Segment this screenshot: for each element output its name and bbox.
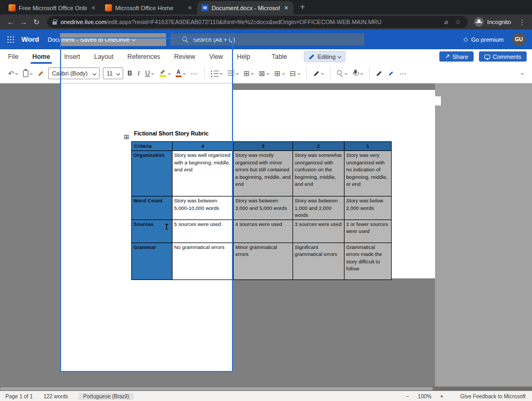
new-tab-button[interactable]: + [300,2,305,12]
chevron-down-icon [344,72,348,75]
reload-icon[interactable]: ↻ [30,18,43,26]
collapse-ribbon-button[interactable] [521,72,523,74]
page-count[interactable]: Page 1 of 1 [5,394,33,399]
table-cell-selected[interactable]: 3 sources were used [293,220,344,243]
table-move-handle-icon[interactable]: ⊞ [124,134,129,140]
row-label-cell[interactable]: Grammar [132,243,173,279]
document-heading-text[interactable]: Fictional Short Story Rubric [134,130,208,137]
go-premium-button[interactable]: ◇ Go premium [463,36,504,43]
chevron-down-icon [116,71,120,75]
table-style-button[interactable]: ⊞ [244,70,254,77]
header-cell-3[interactable]: 3 [234,142,293,151]
tab-table[interactable]: Table [265,49,294,64]
undo-button[interactable]: ↶ [8,70,18,78]
header-cell-1[interactable]: 1 [344,142,392,151]
tab-references[interactable]: References [121,49,167,64]
draw-button[interactable] [376,70,383,77]
editing-mode-dropdown[interactable]: Editing [304,51,346,62]
table-cell-selected[interactable]: 4 sources were used [234,220,293,243]
app-launcher-waffle-icon[interactable] [8,36,14,43]
table-cell-selected[interactable]: Story was between 1,000 and 2,000 words [293,196,344,220]
horizontal-scrollbar[interactable] [0,387,532,391]
table-cell[interactable]: Story was well organized with a beginnin… [173,151,234,196]
highlight-color-button[interactable] [159,70,170,77]
alignment-button[interactable] [228,70,238,77]
tab-view[interactable]: View [202,49,230,64]
table-cell[interactable]: Story was between 5,000-10,000 words [173,196,234,220]
word-count[interactable]: 122 words [43,394,68,399]
delete-table-icon: ⊠ [259,70,265,77]
row-label-cell[interactable]: Sources [132,220,173,243]
styles-button[interactable] [313,70,324,77]
tab-insert[interactable]: Insert [57,49,87,64]
search-input[interactable]: Search (Alt + Q) [170,33,364,46]
table-cell-selected[interactable]: Story was mostly organized with minor er… [234,151,293,196]
inking-tool-button[interactable] [388,70,394,77]
header-cell-4[interactable]: 4 [173,142,234,151]
header-cell-2[interactable]: 2 [293,142,344,151]
table-cell-selected[interactable]: Story was between 3,000 and 5,000 words [234,196,293,220]
tab-home[interactable]: Home [25,49,57,64]
table-cell-selected[interactable]: Story was somewhat unorganized with conf… [293,151,344,196]
table-cell-selected[interactable]: Minor grammatical errors [234,243,293,279]
paste-button[interactable] [23,70,32,77]
underline-button[interactable]: U [145,70,154,77]
more-commands-button[interactable]: ⋯ [400,70,407,78]
zoom-in-button[interactable]: + [440,394,443,399]
table-cell-selected[interactable]: Story was below 2,000 words [344,196,392,220]
delete-table-button[interactable]: ⊠ [259,70,269,77]
table-cell-selected[interactable]: Grammatical errors made the story diffic… [344,243,392,279]
ellipsis-icon: ⋯ [400,70,407,78]
document-title-menu[interactable]: Document - Saved to OneDrive [48,36,135,43]
tab-review[interactable]: Review [167,49,202,64]
close-tab-icon[interactable]: × [90,4,96,12]
horizontal-scrollbar-thumb[interactable] [0,387,433,390]
format-painter-button[interactable] [38,70,44,77]
zoom-level[interactable]: 100% [418,394,432,399]
back-icon[interactable]: ← [4,18,17,26]
browser-menu-icon[interactable]: ⋮ [516,18,528,26]
close-tab-icon[interactable]: × [283,4,289,12]
bold-button[interactable]: B [128,70,132,77]
table-cell[interactable]: 5 sources were used [173,220,234,243]
browser-tab-office-online[interactable]: Free Microsoft Office Onlin × [4,1,101,14]
cell-layout-button[interactable]: ⊟ [290,70,300,77]
zoom-out-button[interactable]: − [406,394,409,399]
tab-help[interactable]: Help [230,49,257,64]
avatar[interactable]: GU [512,33,526,46]
header-cell-criteria[interactable]: Criteria [132,142,173,151]
italic-button[interactable]: I [138,69,140,78]
incognito-spy-icon [474,17,484,27]
bookmark-star-icon[interactable]: ☆ [454,18,463,26]
tab-layout[interactable]: Layout [87,49,121,64]
media-blocked-icon[interactable]: ⌀ [443,18,449,26]
find-button[interactable] [337,70,347,77]
close-tab-icon[interactable]: × [186,4,193,12]
forward-icon[interactable]: → [17,18,30,26]
table-cell[interactable]: No grammatical errors [173,243,234,279]
toolbar-divider [306,67,307,79]
table-cell-selected[interactable]: 2 or fewer sources were used [344,220,392,243]
tab-file[interactable]: File [1,49,25,64]
font-color-button[interactable]: A [176,70,185,77]
dictate-button[interactable] [353,70,363,77]
feedback-link[interactable]: Give Feedback to Microsoft [460,394,526,399]
comments-button[interactable]: Comments [479,51,527,62]
share-button[interactable]: ↗ Share [439,51,474,62]
chevron-down-icon [236,72,239,75]
font-size-combobox[interactable]: 11 [103,67,123,79]
insert-table-button[interactable]: ⊞ [274,70,284,77]
document-title-text: Document - Saved to OneDrive [48,36,130,43]
row-label-cell[interactable]: Word Count [132,196,173,220]
table-cell-selected[interactable]: Significant grammatical errors [293,243,344,279]
more-font-options-button[interactable]: ⋯ [191,70,198,78]
bullet-list-button[interactable] [211,70,222,77]
browser-tab-document[interactable]: W Document.docx - Microsof × [197,1,294,14]
language-selector[interactable]: Portuguese (Brazil) [79,393,133,400]
row-label-cell[interactable]: Organization [132,151,173,196]
document-scrollbar-thumb[interactable] [432,96,441,105]
font-name-combobox[interactable]: Calibri (Body) [48,67,100,79]
url-bar[interactable]: onedrive.live.com/edit.aspx?resid=F41637… [47,16,468,28]
browser-tab-office-home[interactable]: Microsoft Office Home × [101,1,197,14]
table-cell-selected[interactable]: Story was very unorganized with no indic… [344,151,392,196]
